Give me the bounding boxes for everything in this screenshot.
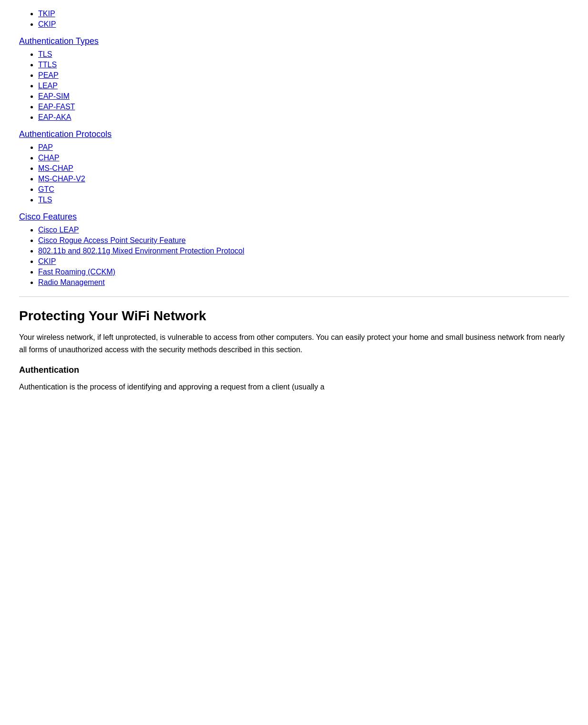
tls-protocol-link[interactable]: TLS xyxy=(38,196,52,204)
ckip-cisco-link[interactable]: CKIP xyxy=(38,257,56,265)
ttls-link[interactable]: TTLS xyxy=(38,61,57,69)
auth-types-list: TLS TTLS PEAP LEAP EAP-SIM EAP-FAST EAP-… xyxy=(19,50,569,122)
auth-protocols-link[interactable]: Authentication Protocols xyxy=(19,129,112,139)
auth-protocols-list: PAP CHAP MS-CHAP MS-CHAP-V2 GTC TLS xyxy=(19,143,569,204)
auth-types-link[interactable]: Authentication Types xyxy=(19,36,99,46)
list-item: MS-CHAP xyxy=(38,164,569,173)
main-body-text: Your wireless network, if left unprotect… xyxy=(19,331,569,356)
list-item: TLS xyxy=(38,50,569,59)
cisco-features-heading: Cisco Features xyxy=(19,212,569,222)
list-item: EAP-FAST xyxy=(38,103,569,111)
gtc-link[interactable]: GTC xyxy=(38,185,54,193)
list-item: CHAP xyxy=(38,154,569,162)
eap-aka-link[interactable]: EAP-AKA xyxy=(38,113,71,121)
ckip-link-top[interactable]: CKIP xyxy=(38,20,56,28)
list-item: EAP-AKA xyxy=(38,113,569,122)
auth-body-text: Authentication is the process of identif… xyxy=(19,381,569,393)
cisco-leap-link[interactable]: Cisco LEAP xyxy=(38,226,79,234)
list-item: 802.11b and 802.11g Mixed Environment Pr… xyxy=(38,247,569,255)
list-item: PAP xyxy=(38,143,569,152)
list-item: TKIP xyxy=(38,10,569,18)
pap-link[interactable]: PAP xyxy=(38,143,53,151)
cisco-features-list: Cisco LEAP Cisco Rogue Access Point Secu… xyxy=(19,226,569,287)
eap-fast-link[interactable]: EAP-FAST xyxy=(38,103,75,111)
fast-roaming-link[interactable]: Fast Roaming (CCKM) xyxy=(38,268,115,276)
auth-protocols-heading: Authentication Protocols xyxy=(19,129,569,139)
list-item: CKIP xyxy=(38,257,569,266)
list-item: TTLS xyxy=(38,61,569,69)
list-item: PEAP xyxy=(38,71,569,80)
auth-types-heading: Authentication Types xyxy=(19,36,569,46)
list-item: Cisco Rogue Access Point Security Featur… xyxy=(38,236,569,245)
chap-link[interactable]: CHAP xyxy=(38,154,59,162)
tls-link[interactable]: TLS xyxy=(38,50,52,58)
peap-link[interactable]: PEAP xyxy=(38,71,59,79)
leap-link[interactable]: LEAP xyxy=(38,82,58,90)
mixed-env-link[interactable]: 802.11b and 802.11g Mixed Environment Pr… xyxy=(38,247,244,255)
cisco-features-link[interactable]: Cisco Features xyxy=(19,212,77,221)
list-item: MS-CHAP-V2 xyxy=(38,175,569,183)
top-list: TKIP CKIP xyxy=(19,10,569,29)
tkip-link[interactable]: TKIP xyxy=(38,10,55,18)
list-item: LEAP xyxy=(38,82,569,90)
section-divider xyxy=(19,296,569,297)
list-item: TLS xyxy=(38,196,569,204)
list-item: Radio Management xyxy=(38,278,569,287)
ms-chap-link[interactable]: MS-CHAP xyxy=(38,164,73,172)
list-item: GTC xyxy=(38,185,569,194)
ms-chap-v2-link[interactable]: MS-CHAP-V2 xyxy=(38,175,85,183)
list-item: Fast Roaming (CCKM) xyxy=(38,268,569,276)
list-item: Cisco LEAP xyxy=(38,226,569,234)
cisco-rogue-link[interactable]: Cisco Rogue Access Point Security Featur… xyxy=(38,236,186,244)
eap-sim-link[interactable]: EAP-SIM xyxy=(38,92,70,100)
authentication-sub-heading: Authentication xyxy=(19,365,569,375)
radio-mgmt-link[interactable]: Radio Management xyxy=(38,278,105,286)
list-item: EAP-SIM xyxy=(38,92,569,101)
list-item: CKIP xyxy=(38,20,569,29)
main-heading: Protecting Your WiFi Network xyxy=(19,308,569,324)
